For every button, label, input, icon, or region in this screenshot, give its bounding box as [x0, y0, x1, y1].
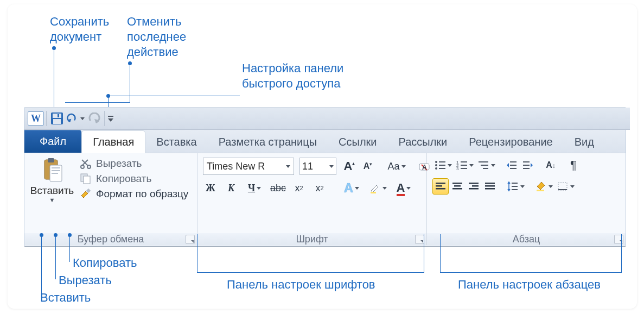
tab-references[interactable]: Ссылки	[328, 131, 387, 153]
justify-icon	[484, 181, 496, 191]
effects-icon: A	[344, 180, 353, 196]
svg-rect-53	[512, 189, 518, 190]
ribbon: W	[24, 107, 626, 247]
svg-rect-50	[485, 188, 495, 190]
decrease-indent-button[interactable]	[504, 158, 519, 173]
svg-rect-2	[53, 119, 61, 124]
paste-button[interactable]: Вставить ▼	[27, 156, 78, 202]
chevron-down-icon	[286, 165, 290, 168]
clipboard-launcher[interactable]	[186, 235, 195, 244]
tab-file[interactable]: Файл	[24, 130, 81, 153]
tab-insert[interactable]: Вставка	[145, 131, 207, 153]
align-center-button[interactable]	[450, 179, 465, 194]
subscript-button[interactable]: x2	[291, 180, 307, 196]
svg-rect-54	[537, 190, 544, 191]
increase-indent-button[interactable]	[520, 158, 535, 173]
scissors-icon	[80, 158, 92, 170]
multilevel-list-button[interactable]	[476, 158, 496, 173]
sort-button[interactable]: А↓	[543, 158, 558, 173]
tab-review-label: Рецензирование	[469, 136, 552, 148]
callout-copy: Копировать	[73, 255, 137, 271]
customize-qat-button[interactable]	[106, 109, 116, 128]
word-logo-icon[interactable]: W	[27, 109, 45, 128]
pilcrow-button[interactable]: ¶	[566, 158, 581, 173]
font-launcher[interactable]	[415, 235, 424, 244]
svg-rect-25	[461, 161, 467, 162]
tab-layout[interactable]: Разметка страницы	[208, 131, 328, 153]
group-paragraph-caption: Абзац	[427, 233, 626, 245]
justify-button[interactable]	[482, 179, 498, 194]
lead-undo-h	[65, 102, 130, 103]
italic-button[interactable]: К	[224, 180, 239, 196]
tab-file-label: Файл	[40, 135, 66, 148]
svg-rect-23	[439, 168, 445, 169]
underline-button[interactable]: Ч	[244, 180, 265, 196]
brush-icon	[80, 188, 92, 200]
pilcrow-icon: ¶	[570, 158, 577, 172]
lead-undo-v	[130, 63, 130, 103]
shading-button[interactable]	[533, 179, 554, 194]
paste-dropdown-icon[interactable]: ▼	[49, 198, 55, 202]
line-spacing-button[interactable]	[505, 179, 526, 194]
font-size-combo[interactable]: 11	[299, 158, 336, 175]
paragraph-launcher[interactable]	[614, 235, 623, 244]
tab-view[interactable]: Вид	[564, 131, 605, 153]
svg-rect-21	[439, 165, 445, 166]
numbering-button[interactable]: 123	[454, 158, 475, 173]
highlight-icon	[369, 182, 381, 194]
group-paragraph: 123	[427, 153, 626, 245]
align-left-icon	[435, 181, 447, 191]
svg-rect-40	[436, 185, 442, 187]
font-color-button[interactable]: A	[393, 180, 414, 196]
callout-undo: Отменить последнее действие	[127, 14, 186, 60]
group-font-caption: Шрифт	[197, 233, 426, 245]
group-paragraph-caption-text: Абзац	[513, 234, 540, 245]
svg-rect-56	[558, 189, 567, 190]
svg-rect-51	[512, 183, 518, 184]
underline-icon: Ч	[248, 183, 255, 194]
group-clipboard-caption-text: Буфер обмена	[78, 234, 144, 245]
tab-home[interactable]: Главная	[81, 130, 145, 153]
change-case-button[interactable]: Aa	[386, 159, 407, 174]
ribbon-tabstrip: Файл Главная Вставка Разметка страницы С…	[24, 130, 626, 153]
align-left-button[interactable]	[432, 178, 449, 195]
svg-rect-1	[53, 114, 61, 118]
callout-para-panel: Панель настроек абзацев	[458, 277, 601, 292]
save-button[interactable]	[48, 109, 66, 128]
align-right-button[interactable]	[466, 179, 481, 194]
svg-rect-37	[523, 165, 530, 166]
tab-layout-label: Разметка страницы	[219, 136, 317, 148]
group-clipboard-caption: Буфер обмена	[24, 233, 197, 245]
tab-review[interactable]: Рецензирование	[458, 131, 563, 153]
superscript-button[interactable]: x2	[312, 180, 327, 196]
lead-paste	[41, 235, 42, 295]
svg-rect-27	[461, 165, 467, 166]
tab-mailings[interactable]: Рассылки	[388, 131, 458, 153]
bullets-button[interactable]	[432, 158, 453, 173]
group-clipboard: Вставить ▼ Вырезать	[24, 153, 197, 245]
grow-font-button[interactable]: A▴	[342, 159, 357, 174]
svg-rect-5	[48, 158, 54, 162]
cut-button[interactable]: Вырезать	[80, 158, 188, 170]
redo-button[interactable]	[85, 109, 103, 128]
svg-rect-52	[512, 186, 518, 187]
font-name-combo[interactable]: Times New R	[203, 158, 294, 175]
copy-button[interactable]: Копировать	[80, 173, 188, 185]
tab-view-label: Вид	[575, 136, 594, 148]
multilevel-icon	[477, 160, 489, 171]
svg-point-20	[435, 164, 437, 166]
strikethrough-button[interactable]: abc	[270, 180, 286, 196]
bold-button[interactable]: Ж	[203, 180, 218, 196]
svg-text:3: 3	[456, 166, 459, 171]
copy-label: Копировать	[96, 173, 151, 185]
grow-font-icon: A	[344, 159, 353, 173]
highlight-button[interactable]	[367, 180, 388, 196]
shrink-font-button[interactable]: A▾	[360, 159, 375, 174]
tab-insert-label: Вставка	[156, 136, 196, 148]
text-effects-button[interactable]: A	[341, 180, 362, 196]
format-painter-button[interactable]: Формат по образцу	[80, 188, 188, 200]
paste-label: Вставить	[30, 185, 74, 197]
align-center-icon	[451, 181, 463, 191]
undo-button[interactable]	[66, 109, 85, 128]
borders-button[interactable]	[555, 179, 576, 194]
